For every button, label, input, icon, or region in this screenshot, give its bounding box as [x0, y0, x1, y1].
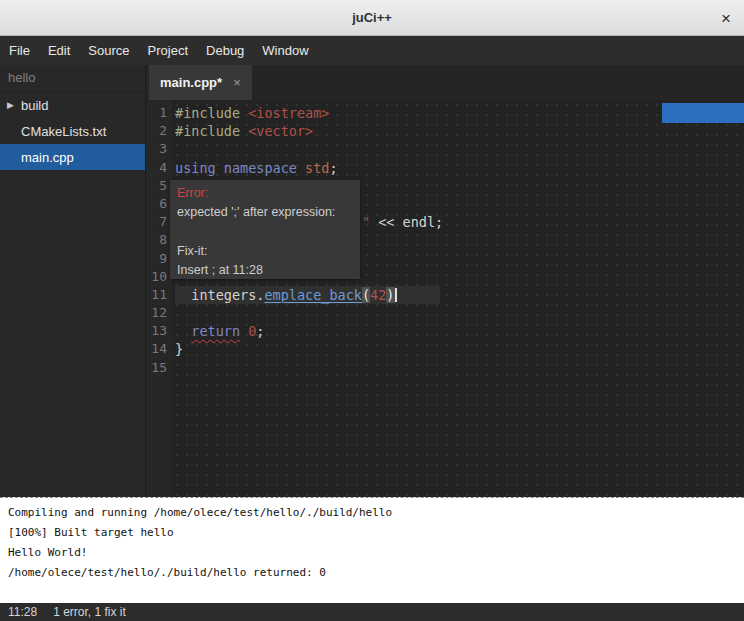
line-number: 9	[146, 250, 172, 268]
line-number: 7	[146, 213, 172, 231]
line-number: 10	[146, 268, 172, 286]
code-token: #include	[175, 105, 248, 121]
scroll-overview-highlight[interactable]	[662, 103, 744, 123]
tab-main-cpp-[interactable]: main.cpp*×	[149, 65, 252, 100]
line-number: 4	[146, 159, 172, 177]
cursor-position: 11:28	[8, 605, 37, 619]
diagnostics-summary: 1 error, 1 fix it	[53, 605, 126, 619]
line-number: 2	[146, 122, 172, 140]
code-token	[240, 323, 248, 339]
file-tree: ▶buildCMakeLists.txtmain.cpp	[0, 92, 145, 170]
code-token: emplace_back	[264, 287, 362, 303]
status-bar: 11:28 1 error, 1 fix it	[0, 603, 744, 621]
terminal-line: [100%] Built target hello	[8, 523, 744, 543]
code-area[interactable]: #include <iostream>#include <vector>usin…	[172, 100, 744, 497]
code-line-13: return 0;	[175, 322, 744, 340]
line-number-gutter: 123456789101112131415	[146, 100, 172, 497]
terminal-line: Compiling and running /home/olece/test/h…	[8, 503, 744, 523]
code-token: )	[386, 287, 394, 303]
file-tree-panel: hello ▶buildCMakeLists.txtmain.cpp	[0, 65, 146, 497]
code-token: std	[305, 160, 329, 176]
tooltip-line: Insert ; at 11:28	[177, 261, 353, 279]
line-number: 14	[146, 340, 172, 358]
tab-bar: main.cpp*×	[146, 65, 744, 100]
code-token	[175, 323, 191, 339]
line-number: 5	[146, 177, 172, 195]
tab-label: main.cpp*	[160, 75, 222, 90]
tree-item-label: CMakeLists.txt	[21, 124, 106, 139]
code-token	[297, 160, 305, 176]
code-token: ;	[256, 323, 264, 339]
line-number: 15	[146, 359, 172, 377]
menu-item-debug[interactable]: Debug	[197, 38, 253, 63]
code-token: << endl;	[370, 214, 443, 230]
code-token: <iostream>	[248, 105, 329, 121]
tree-item-main-cpp[interactable]: main.cpp	[0, 144, 145, 170]
code-token: 42	[370, 287, 386, 303]
tree-item-label: build	[21, 98, 48, 113]
code-token: ;	[329, 160, 337, 176]
line-number: 11	[146, 286, 172, 304]
code-line-15	[175, 359, 744, 377]
code-line-4: using namespace std;	[175, 159, 744, 177]
menu-item-edit[interactable]: Edit	[39, 38, 79, 63]
code-token: return	[191, 323, 240, 339]
tooltip-line	[177, 222, 353, 241]
terminal-line: Hello World!	[8, 543, 744, 563]
code-editor[interactable]: 123456789101112131415 #include <iostream…	[146, 100, 744, 497]
menu-item-file[interactable]: File	[0, 38, 39, 63]
line-number: 13	[146, 322, 172, 340]
code-token: (	[362, 287, 370, 303]
menu-item-source[interactable]: Source	[79, 38, 138, 63]
code-line-11: integers.emplace_back(42)	[175, 286, 744, 304]
line-number: 1	[146, 104, 172, 122]
tooltip-line: Fix-it:	[177, 242, 353, 261]
code-token: #include	[175, 123, 248, 139]
line-number: 3	[146, 140, 172, 158]
terminal-line: /home/olece/test/hello/./build/hello ret…	[8, 563, 744, 583]
code-line-12	[175, 304, 744, 322]
text-cursor	[395, 288, 397, 302]
close-window-icon[interactable]: ×	[721, 9, 731, 26]
tree-item-cmakelists-txt[interactable]: CMakeLists.txt	[0, 118, 145, 144]
code-line-3	[175, 140, 744, 158]
tooltip-line: Error:	[177, 184, 353, 203]
line-number: 6	[146, 195, 172, 213]
project-name: hello	[0, 65, 145, 92]
line-number: 8	[146, 231, 172, 249]
menu-bar: FileEditSourceProjectDebugWindow	[0, 36, 744, 65]
title-bar: juCi++ ×	[0, 0, 744, 36]
diagnostic-tooltip: Error:expected ';' after expression: Fix…	[170, 180, 360, 279]
tooltip-line: expected ';' after expression:	[177, 203, 353, 222]
window-title: juCi++	[352, 10, 392, 25]
tree-item-label: main.cpp	[21, 150, 74, 165]
expander-icon[interactable]: ▶	[7, 100, 21, 110]
code-line-14: }	[175, 340, 744, 358]
tree-item-build[interactable]: ▶build	[0, 92, 145, 118]
tab-close-icon[interactable]: ×	[233, 75, 241, 90]
code-token: using namespace	[175, 160, 297, 176]
terminal-output[interactable]: Compiling and running /home/olece/test/h…	[0, 497, 744, 603]
code-token: }	[175, 341, 183, 357]
code-token: integers.	[175, 287, 264, 303]
code-line-1: #include <iostream>	[175, 104, 744, 122]
menu-item-project[interactable]: Project	[139, 38, 197, 63]
line-number: 12	[146, 304, 172, 322]
code-token: <vector>	[248, 123, 313, 139]
menu-item-window[interactable]: Window	[253, 38, 317, 63]
code-line-2: #include <vector>	[175, 122, 744, 140]
